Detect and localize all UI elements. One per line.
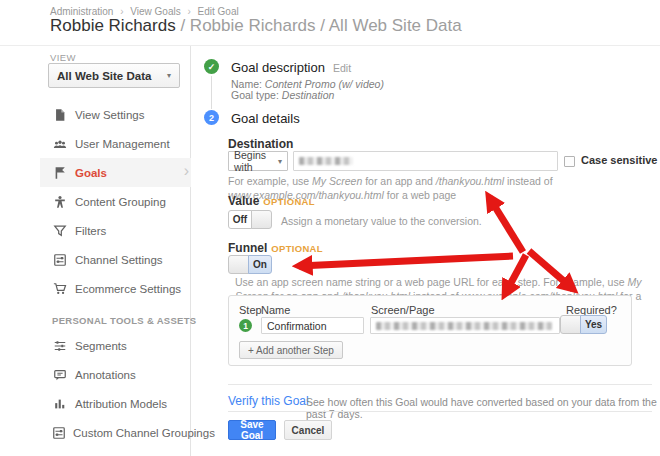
sidebar-item-label: Content Grouping (75, 196, 166, 208)
view-selector-value: All Web Site Data (57, 70, 151, 82)
destination-url-input[interactable] (293, 151, 558, 171)
segments-icon (52, 338, 68, 353)
chevron-down-icon: ▾ (278, 157, 282, 166)
funnel-toggle-on[interactable]: On (248, 255, 272, 274)
view-label: VIEW (50, 52, 76, 63)
sidebar-item-label: Custom Channel Groupings (73, 427, 215, 439)
goal-type-line: Goal type: Destination (231, 89, 334, 101)
goal-description-heading: Goal description (231, 60, 325, 75)
sidebar-item-label: Ecommerce Settings (75, 283, 181, 295)
funnel-icon (52, 223, 68, 238)
sidebar-item-content-grouping[interactable]: Content Grouping (40, 187, 191, 216)
value-label: ValueOPTIONAL (228, 194, 315, 208)
value-label-text: Value (228, 194, 259, 208)
sidebar-item-label: Segments (75, 340, 127, 352)
add-another-step-button[interactable]: + Add another Step (239, 341, 343, 359)
value-toggle[interactable]: Off (228, 210, 272, 229)
goal-type-value: Destination (282, 89, 335, 101)
funnel-label-text: Funnel (228, 241, 267, 255)
divider (228, 384, 652, 385)
view-selector-dropdown[interactable]: All Web Site Data ▾ (48, 63, 180, 88)
sidebar-item-custom-channel-groupings[interactable]: Custom Channel Groupings (40, 418, 191, 447)
required-toggle-yes[interactable]: Yes (580, 315, 607, 334)
match-type-dropdown[interactable]: Begins with ▾ (228, 151, 288, 171)
redacted-text (376, 322, 552, 330)
funnel-toggle[interactable]: On (228, 255, 272, 274)
verify-goal-description: See how often this Goal would have conve… (306, 396, 660, 420)
funnel-toggle-off[interactable] (228, 255, 249, 274)
users-icon (52, 136, 68, 151)
funnel-steps-panel: Step Name Screen/Page Required? 1 Confir… (228, 295, 632, 366)
value-help-text: Assign a monetary value to the conversio… (281, 214, 482, 228)
cancel-button[interactable]: Cancel (284, 420, 332, 440)
goal-details-heading: Goal details (231, 111, 300, 126)
sidebar-item-segments[interactable]: Segments (40, 331, 191, 360)
cart-icon (52, 281, 68, 296)
chevron-right-icon: › (184, 162, 189, 180)
sidebar-nav: View Settings User Management Goals › Co… (40, 100, 191, 456)
case-sensitive-checkbox[interactable] (564, 156, 575, 167)
sidebar-item-user-management[interactable]: User Management (40, 129, 191, 158)
flag-icon (52, 165, 68, 180)
sidebar-item-label: User Management (75, 138, 170, 150)
case-sensitive-label: Case sensitive (581, 154, 657, 166)
sidebar-item-label: View Settings (75, 109, 144, 121)
funnel-step-screen-page-input[interactable] (370, 317, 560, 334)
edit-goal-description-link[interactable]: Edit (333, 62, 351, 74)
funnel-step-required-toggle[interactable]: Yes (560, 315, 607, 334)
arrow-to-funnel-on-toggle (299, 256, 513, 266)
sidebar-item-label: Filters (75, 225, 106, 237)
sliders-icon (52, 252, 68, 267)
sidebar-item-annotations[interactable]: Annotations (40, 360, 191, 389)
account-name: Robbie Richards (50, 16, 176, 35)
divider (228, 411, 652, 412)
column-header-screen-page: Screen/Page (371, 304, 435, 316)
sidebar-item-ecommerce-settings[interactable]: Ecommerce Settings (40, 274, 191, 303)
arrow-to-destination-help (489, 197, 523, 252)
required-toggle-no[interactable] (560, 315, 581, 334)
speech-bubble-icon (52, 367, 68, 382)
sidebar-item-label: Annotations (75, 369, 136, 381)
verify-goal-link[interactable]: Verify this Goal (228, 394, 309, 408)
column-header-name: Name (261, 304, 290, 316)
value-toggle-on[interactable] (251, 210, 272, 229)
funnel-step-name-value: Confirmation (267, 320, 327, 332)
chevron-down-icon: ▾ (167, 71, 171, 80)
match-type-value: Begins with (234, 149, 278, 173)
header: Administration › View Goals › Edit Goal … (0, 0, 660, 46)
funnel-step-name-input[interactable]: Confirmation (261, 317, 364, 334)
property-view-path: / Robbie Richards / All Web Site Data (180, 16, 461, 35)
value-optional-badge: OPTIONAL (263, 196, 314, 207)
goal-edit-page: Administration › View Goals › Edit Goal … (0, 0, 660, 456)
sidebar-item-filters[interactable]: Filters (40, 216, 191, 245)
save-goal-button[interactable]: Save Goal (228, 420, 276, 440)
step-connector-line (211, 76, 212, 109)
value-toggle-off[interactable]: Off (228, 210, 252, 229)
funnel-optional-badge: OPTIONAL (271, 243, 322, 254)
document-icon (52, 107, 68, 122)
sidebar-item-label: Goals (75, 167, 107, 179)
sidebar-item-label: Channel Settings (75, 254, 163, 266)
redacted-text (299, 157, 353, 165)
funnel-label: FunnelOPTIONAL (228, 241, 323, 255)
sidebar-item-channel-settings[interactable]: Channel Settings (40, 245, 191, 274)
sidebar: VIEW All Web Site Data ▾ View Settings U… (0, 46, 191, 456)
bar-chart-icon (52, 396, 68, 411)
funnel-step-number: 1 (239, 319, 252, 332)
sidebar-item-goals[interactable]: Goals › (40, 158, 191, 187)
person-icon (52, 194, 68, 209)
step1-complete-icon: ✓ (204, 59, 219, 74)
sidebar-item-label: Attribution Models (75, 398, 167, 410)
goal-type-label: Goal type: (231, 89, 279, 101)
sidebar-item-private-channel-groupings[interactable]: Private Channel Groupings (40, 447, 191, 456)
sidebar-item-view-settings[interactable]: View Settings (40, 100, 191, 129)
sidebar-section-personal-tools: PERSONAL TOOLS & ASSETS (40, 303, 191, 331)
step2-number-icon: 2 (204, 110, 219, 125)
column-header-step: Step (239, 304, 262, 316)
sliders-icon (52, 425, 66, 440)
page-title: Robbie Richards / Robbie Richards / All … (50, 16, 462, 36)
sidebar-item-attribution-models[interactable]: Attribution Models (40, 389, 191, 418)
